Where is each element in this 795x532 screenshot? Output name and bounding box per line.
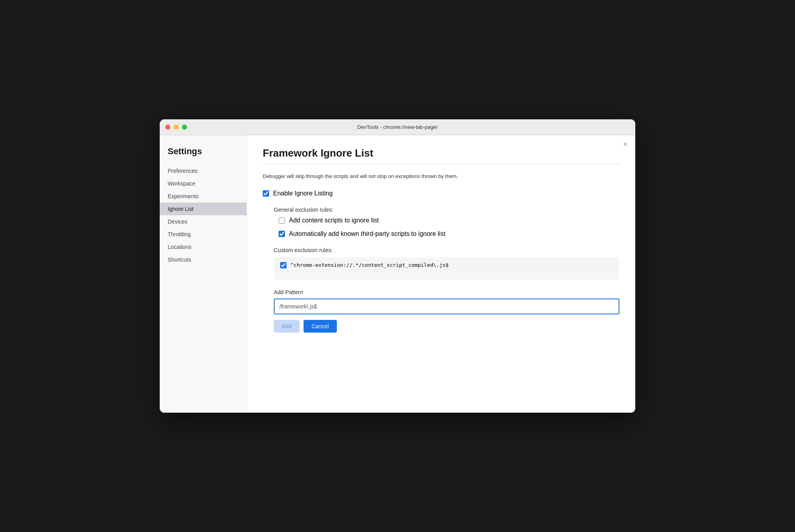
sidebar-item-workspace[interactable]: Workspace — [160, 177, 247, 190]
chrome-extension-rule-row[interactable]: ^chrome-extension://.*/content_script_co… — [280, 262, 613, 268]
title-divider — [263, 164, 619, 165]
enable-ignore-listing-section: Enable Ignore Listing — [263, 190, 619, 197]
custom-exclusion-rule-row: ^chrome-extension://.*/content_script_co… — [274, 257, 619, 279]
auto-add-third-party-label: Automatically add known third-party scri… — [289, 230, 445, 237]
custom-exclusion-label: Custom exclusion rules: — [274, 247, 619, 253]
add-content-scripts-row[interactable]: Add content scripts to ignore list — [274, 217, 619, 224]
sidebar-item-preferences[interactable]: Preferences — [160, 165, 247, 177]
button-row: Add Cancel — [274, 320, 619, 333]
chrome-extension-rule-label: ^chrome-extension://.*/content_script_co… — [290, 262, 449, 268]
add-pattern-label: Add Pattern — [274, 289, 619, 295]
cancel-button[interactable]: Cancel — [304, 320, 337, 333]
page-title: Framework Ignore List — [263, 147, 619, 159]
sidebar-heading: Settings — [160, 143, 247, 165]
titlebar: DevTools - chrome://new-tab-page/ — [160, 119, 635, 135]
sidebar-item-throttling[interactable]: Throttling — [160, 228, 247, 241]
enable-ignore-listing-checkbox[interactable] — [263, 190, 269, 197]
sidebar-item-shortcuts[interactable]: Shortcuts — [160, 253, 247, 266]
sidebar-item-locations[interactable]: Locations — [160, 241, 247, 253]
maximize-traffic-light[interactable] — [182, 124, 187, 130]
close-traffic-light[interactable] — [165, 124, 170, 130]
add-button[interactable]: Add — [274, 320, 300, 333]
auto-add-third-party-checkbox[interactable] — [279, 231, 285, 237]
description-text: Debugger will skip through the scripts a… — [263, 172, 619, 180]
sidebar-item-ignore-list[interactable]: Ignore List — [160, 203, 247, 215]
sidebar: Settings Preferences Workspace Experimen… — [160, 135, 247, 413]
add-pattern-section: Add Pattern Add Cancel — [263, 289, 619, 333]
add-content-scripts-checkbox[interactable] — [279, 217, 285, 224]
general-exclusion-label: General exclusion rules: — [274, 207, 619, 213]
close-button[interactable]: × — [623, 141, 627, 148]
chrome-extension-rule-checkbox[interactable] — [280, 262, 287, 268]
sidebar-item-experiments[interactable]: Experiments — [160, 190, 247, 203]
enable-ignore-listing-row[interactable]: Enable Ignore Listing — [263, 190, 619, 197]
enable-ignore-listing-label: Enable Ignore Listing — [273, 190, 333, 197]
auto-add-third-party-row[interactable]: Automatically add known third-party scri… — [274, 230, 619, 237]
add-content-scripts-label: Add content scripts to ignore list — [289, 217, 379, 224]
devtools-window: DevTools - chrome://new-tab-page/ Settin… — [160, 119, 635, 413]
titlebar-title: DevTools - chrome://new-tab-page/ — [357, 124, 438, 130]
window-body: Settings Preferences Workspace Experimen… — [160, 135, 635, 413]
pattern-input[interactable] — [274, 299, 619, 314]
minimize-traffic-light[interactable] — [174, 124, 179, 130]
sidebar-item-devices[interactable]: Devices — [160, 215, 247, 228]
traffic-lights — [165, 124, 187, 130]
general-exclusion-section: General exclusion rules: Add content scr… — [263, 207, 619, 237]
main-content: × Framework Ignore List Debugger will sk… — [247, 135, 635, 413]
custom-exclusion-section: Custom exclusion rules: ^chrome-extensio… — [263, 247, 619, 279]
